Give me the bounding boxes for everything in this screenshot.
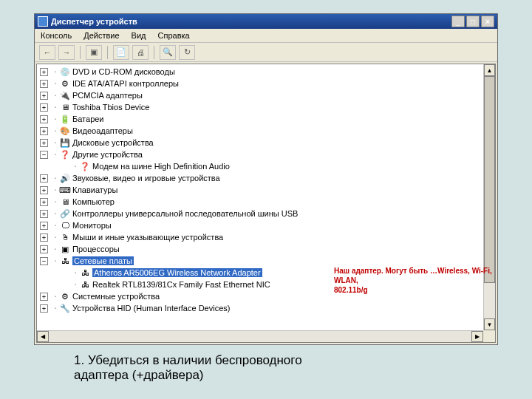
scroll-down-button[interactable]: ▼ (484, 318, 495, 330)
expand-icon[interactable]: + (40, 174, 48, 183)
tree-node[interactable]: +·🖱Мыши и иные указывающие устройства (40, 231, 495, 243)
device-icon: 🖵 (60, 220, 70, 231)
tree-node[interactable]: +·🔗Контроллеры универсальной последовате… (40, 208, 495, 219)
device-label[interactable]: Устройства HID (Human Interface Devices) (72, 304, 230, 313)
menu-action[interactable]: Действие (83, 31, 119, 40)
tree-panel: +·💿DVD и CD-ROM дисководы+·⚙IDE ATA/ATAP… (36, 64, 496, 343)
close-button[interactable]: × (481, 16, 494, 27)
scroll-up-button[interactable]: ▲ (484, 64, 495, 76)
device-label[interactable]: Клавиатуры (72, 185, 117, 194)
device-label[interactable]: Видеоадаптеры (72, 126, 133, 135)
device-label[interactable]: Модем на шине High Definition Audio (92, 162, 230, 171)
menu-help[interactable]: Справка (158, 31, 190, 40)
expand-icon[interactable]: + (40, 233, 48, 242)
device-label[interactable]: PCMCIA адаптеры (72, 91, 143, 100)
device-label[interactable]: Atheros AR5006EG Wireless Network Adapte… (92, 268, 262, 277)
device-icon: 🔗 (60, 208, 70, 219)
scroll-corner (483, 330, 495, 342)
menu-console[interactable]: Консоль (41, 31, 72, 40)
tree-node[interactable]: +·▣Процессоры (40, 243, 495, 255)
device-icon: ⚙ (60, 291, 70, 301)
device-icon: 🔌 (60, 90, 70, 100)
tree-node[interactable]: ·❓Модем на шине High Definition Audio (40, 160, 495, 172)
annotation-line1: Наш адаптер. Могут быть …Wireless, Wi-Fi… (334, 266, 497, 285)
device-label[interactable]: Звуковые, видео и игровые устройства (72, 174, 220, 183)
device-icon: 🔊 (60, 173, 70, 183)
device-label[interactable]: DVD и CD-ROM дисководы (72, 67, 175, 76)
scroll-thumb-v[interactable] (484, 76, 495, 283)
annotation-callout: Наш адаптер. Могут быть …Wireless, Wi-Fi… (334, 266, 497, 295)
scroll-track-h[interactable] (49, 331, 471, 342)
tree-node[interactable]: −·🖧Сетевые платы (40, 255, 495, 267)
device-label[interactable]: Дисковые устройства (72, 138, 154, 147)
scroll-left-button[interactable]: ◀ (37, 331, 49, 342)
tree-node[interactable]: +·⌨Клавиатуры (40, 184, 495, 196)
expand-icon[interactable]: + (40, 245, 48, 253)
device-icon: 🖥 (60, 197, 70, 207)
window-icon (38, 16, 48, 27)
device-icon: ⚙ (60, 78, 70, 89)
device-label[interactable]: Процессоры (72, 245, 120, 253)
slide-caption: 1. Убедиться в наличии беспроводного ада… (74, 353, 302, 383)
device-label[interactable]: Мыши и иные указывающие устройства (72, 233, 223, 242)
device-manager-window: Диспетчер устройств _ □ × Консоль Действ… (34, 13, 498, 345)
expand-icon[interactable]: + (40, 293, 48, 301)
expand-icon[interactable]: + (40, 103, 48, 112)
expand-icon[interactable]: + (40, 304, 48, 313)
tree-node[interactable]: +·💾Дисковые устройства (40, 137, 495, 149)
tree-node[interactable]: +·🔧Устройства HID (Human Interface Devic… (40, 302, 495, 314)
properties-button[interactable]: 📄 (113, 45, 129, 60)
expand-icon[interactable]: + (40, 186, 48, 194)
scan-button[interactable]: 🔍 (160, 45, 176, 60)
toolbar: ← → ▣ 📄 🖨 🔍 ↻ (35, 43, 497, 62)
device-label[interactable]: IDE ATA/ATAPI контроллеры (72, 79, 179, 88)
expand-icon[interactable]: + (40, 115, 48, 123)
device-label[interactable]: Системные устройства (72, 292, 160, 301)
device-icon: 🖧 (80, 279, 90, 290)
device-label[interactable]: Батареи (72, 115, 104, 123)
device-label[interactable]: Контроллеры универсальной последовательн… (72, 209, 298, 218)
expand-icon[interactable]: + (40, 139, 48, 147)
device-label[interactable]: Компьютер (72, 197, 115, 206)
tree-node[interactable]: +·💿DVD и CD-ROM дисководы (40, 66, 495, 78)
maximize-button[interactable]: □ (466, 16, 480, 27)
collapse-icon[interactable]: − (40, 257, 48, 265)
expand-icon[interactable]: + (40, 210, 48, 218)
titlebar[interactable]: Диспетчер устройств _ □ × (35, 14, 497, 29)
collapse-icon[interactable]: − (40, 151, 48, 159)
device-label[interactable]: Мониторы (72, 221, 112, 230)
scrollbar-horizontal[interactable]: ◀ ▶ (37, 330, 483, 342)
tree-node[interactable]: +·⚙IDE ATA/ATAPI контроллеры (40, 78, 495, 89)
print-button[interactable]: 🖨 (132, 45, 149, 60)
forward-button[interactable]: → (58, 45, 75, 60)
expand-icon[interactable]: + (40, 68, 48, 76)
expand-icon[interactable]: + (40, 222, 48, 230)
device-label[interactable]: Toshiba Tbios Device (72, 103, 149, 112)
tree-node[interactable]: +·🔊Звуковые, видео и игровые устройства (40, 172, 495, 184)
device-icon: ❓ (60, 149, 70, 160)
minimize-button[interactable]: _ (451, 16, 465, 27)
expand-icon[interactable]: + (40, 198, 48, 206)
tree-node[interactable]: +·🎨Видеоадаптеры (40, 125, 495, 137)
scroll-right-button[interactable]: ▶ (471, 331, 483, 342)
device-tree[interactable]: +·💿DVD и CD-ROM дисководы+·⚙IDE ATA/ATAP… (37, 64, 495, 342)
device-label[interactable]: Другие устройства (72, 150, 143, 159)
device-label[interactable]: Realtek RTL8139/81Cx Family Fast Etherne… (92, 280, 270, 289)
device-icon: 💿 (60, 66, 70, 77)
menu-view[interactable]: Вид (132, 31, 146, 40)
back-button[interactable]: ← (39, 45, 55, 60)
tree-node[interactable]: +·🖥Компьютер (40, 196, 495, 208)
refresh-button[interactable]: ↻ (179, 45, 195, 60)
device-icon: 🔧 (60, 303, 70, 313)
tree-node[interactable]: +·🔌PCMCIA адаптеры (40, 89, 495, 101)
expand-icon[interactable]: + (40, 127, 48, 135)
expand-icon[interactable]: + (40, 80, 48, 88)
tree-node[interactable]: −·❓Другие устройства (40, 149, 495, 160)
tree-node[interactable]: +·🔋Батареи (40, 113, 495, 125)
expand-icon[interactable]: + (40, 92, 48, 100)
tree-node[interactable]: +·🖵Мониторы (40, 219, 495, 231)
device-icon: 🖧 (80, 267, 90, 278)
device-label[interactable]: Сетевые платы (72, 256, 134, 265)
up-button[interactable]: ▣ (86, 45, 102, 60)
tree-node[interactable]: +·🖥Toshiba Tbios Device (40, 101, 495, 113)
